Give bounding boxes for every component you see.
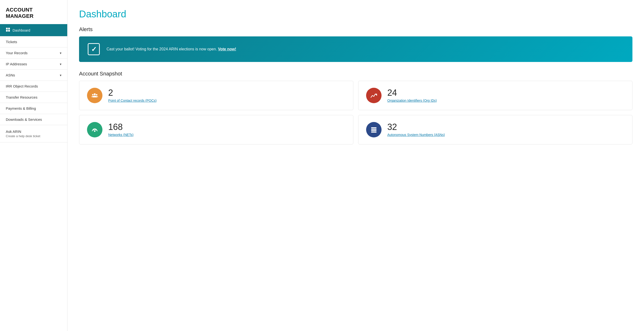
ballot-check-icon (88, 43, 100, 55)
snapshot-card-nets: 168 Networks (NETs) (79, 115, 353, 144)
page-title: Dashboard (79, 9, 632, 20)
svg-rect-0 (6, 28, 8, 30)
sidebar-item-asns[interactable]: ASNs ▾ (0, 70, 67, 81)
main-content: Dashboard Alerts Cast your ballot! Votin… (68, 0, 644, 331)
sidebar-item-transfer[interactable]: Transfer Resources (0, 92, 67, 103)
svg-point-7 (94, 130, 96, 132)
sidebar-item-downloads[interactable]: Downloads & Services (0, 114, 67, 125)
chevron-down-icon: ▾ (60, 62, 62, 66)
orgs-number: 24 (387, 88, 437, 97)
snapshot-card-asns: 32 Autonomous System Numbers (ASNs) (358, 115, 632, 144)
sidebar-item-label-asns: ASNs (6, 73, 15, 77)
asns-icon (366, 122, 382, 138)
snapshot-card-pocs: 2 Point of Contact records (POCs) (79, 81, 353, 110)
nets-icon (87, 122, 102, 138)
alert-banner: Cast your ballot! Voting for the 2024 AR… (79, 36, 632, 62)
ask-arin-title: Ask ARIN (6, 130, 62, 134)
alert-text: Cast your ballot! Voting for the 2024 AR… (106, 47, 236, 51)
svg-rect-3 (8, 30, 10, 32)
svg-point-4 (94, 93, 96, 95)
sidebar-ask-arin[interactable]: Ask ARIN Create a help desk ticket (0, 125, 67, 142)
chevron-down-icon: ▾ (60, 51, 62, 55)
sidebar-item-label-transfer: Transfer Resources (6, 95, 37, 99)
sidebar-title: ACCOUNT MANAGER (0, 0, 67, 24)
asns-number: 32 (387, 123, 445, 132)
sidebar-item-irr[interactable]: IRR Object Records (0, 81, 67, 92)
svg-rect-1 (8, 28, 10, 30)
alert-message: Cast your ballot! Voting for the 2024 AR… (106, 47, 217, 51)
sidebar-item-label-dashboard: Dashboard (12, 28, 30, 32)
sidebar-item-label-irr: IRR Object Records (6, 84, 38, 88)
svg-rect-11 (371, 132, 376, 132)
svg-point-5 (92, 94, 94, 96)
svg-rect-9 (371, 129, 376, 130)
sidebar-item-payments[interactable]: Payments & Billing (0, 103, 67, 114)
dashboard-icon (6, 28, 10, 33)
sidebar-item-your-records[interactable]: Your Records ▾ (0, 48, 67, 58)
snapshot-grid: 2 Point of Contact records (POCs) 24 Org… (79, 81, 632, 144)
nets-link[interactable]: Networks (NETs) (108, 133, 134, 137)
pocs-icon (87, 88, 102, 103)
svg-rect-10 (371, 130, 376, 131)
orgs-link[interactable]: Organization Identifiers (Org IDs) (387, 98, 437, 102)
alerts-section-title: Alerts (79, 26, 632, 32)
sidebar-item-label-your-records: Your Records (6, 51, 28, 55)
chevron-down-icon: ▾ (60, 73, 62, 77)
sidebar-item-ip-addresses[interactable]: IP Addresses ▾ (0, 58, 67, 70)
nets-number: 168 (108, 123, 134, 132)
orgs-icon (366, 88, 382, 103)
svg-point-6 (96, 94, 97, 96)
snapshot-card-orgs: 24 Organization Identifiers (Org IDs) (358, 81, 632, 110)
pocs-link[interactable]: Point of Contact records (POCs) (108, 98, 157, 102)
sidebar-item-label-ip-addresses: IP Addresses (6, 62, 27, 66)
ask-arin-subtitle: Create a help desk ticket (6, 134, 62, 138)
sidebar: ACCOUNT MANAGER Dashboard Tickets (0, 0, 68, 331)
sidebar-item-dashboard[interactable]: Dashboard (0, 24, 67, 36)
svg-rect-8 (371, 127, 376, 128)
svg-rect-2 (6, 30, 8, 32)
snapshot-section-title: Account Snapshot (79, 71, 632, 77)
pocs-number: 2 (108, 88, 157, 97)
sidebar-item-label-downloads: Downloads & Services (6, 118, 42, 122)
asns-link[interactable]: Autonomous System Numbers (ASNs) (387, 133, 445, 137)
sidebar-item-label-tickets: Tickets (6, 40, 17, 44)
sidebar-item-tickets[interactable]: Tickets (0, 36, 67, 48)
vote-now-link[interactable]: Vote now! (218, 47, 236, 51)
sidebar-item-label-payments: Payments & Billing (6, 106, 36, 110)
sidebar-nav: Dashboard Tickets Your Records ▾ IP Addr… (0, 24, 67, 125)
